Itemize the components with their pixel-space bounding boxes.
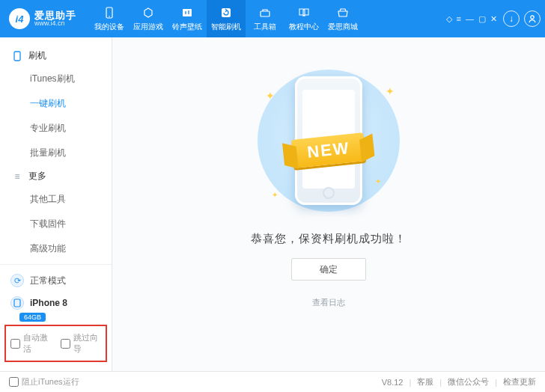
mode-row[interactable]: ⟳ 正常模式: [0, 269, 112, 292]
device-icon: [103, 6, 116, 19]
view-log-link[interactable]: 查看日志: [312, 297, 345, 308]
checkbox-auto-activate[interactable]: 自动激活: [10, 332, 52, 355]
sidebar-bottom: ⟳ 正常模式 iPhone 8 64GB 自动激活 跳过向导: [0, 264, 112, 371]
maximize-icon[interactable]: ▢: [478, 14, 486, 24]
sidebar-item-pro[interactable]: 专业刷机: [0, 116, 112, 141]
svg-rect-7: [14, 299, 20, 307]
mode-icon: ⟳: [10, 274, 24, 287]
sidebar-item-firmware[interactable]: 下载固件: [0, 212, 112, 236]
nav-tools[interactable]: 工具箱: [246, 0, 284, 37]
top-nav: 我的设备 应用游戏 铃声壁纸 智能刷机 工具箱 教程中心: [90, 0, 362, 37]
storage-badge: 64GB: [19, 313, 46, 322]
minimize-icon[interactable]: —: [466, 14, 474, 24]
logo-url: www.i4.cn: [34, 20, 76, 27]
download-button[interactable]: ↓: [503, 10, 520, 27]
footer: 阻止iTunes运行 V8.12 | 客服 | 微信公众号 | 检查更新: [0, 371, 545, 392]
header-right: ◇ ≡ — ▢ ✕ ↓: [446, 10, 541, 27]
more-icon: ≡: [12, 171, 22, 182]
account-button[interactable]: [524, 10, 541, 27]
sidebar-item-batch[interactable]: 批量刷机: [0, 141, 112, 165]
nav-store[interactable]: 爱思商城: [323, 0, 362, 37]
svg-rect-6: [14, 52, 20, 61]
body: 刷机 iTunes刷机 一键刷机 专业刷机 批量刷机 ≡ 更多 其他工具 下载固…: [0, 37, 545, 371]
options-highlight: 自动激活 跳过向导: [4, 325, 107, 362]
svg-rect-2: [183, 9, 192, 16]
device-row[interactable]: iPhone 8: [0, 292, 112, 311]
menu-icon[interactable]: ≡: [457, 14, 461, 24]
nav-flash[interactable]: 智能刷机: [207, 0, 246, 37]
sidebar: 刷机 iTunes刷机 一键刷机 专业刷机 批量刷机 ≡ 更多 其他工具 下载固…: [0, 37, 112, 371]
nav-device[interactable]: 我的设备: [90, 0, 129, 37]
phone-icon: [12, 51, 22, 61]
footer-support[interactable]: 客服: [417, 376, 433, 388]
svg-point-5: [531, 16, 534, 19]
ok-button[interactable]: 确定: [291, 258, 366, 281]
skin-icon[interactable]: ◇: [446, 14, 452, 24]
logo: i4 爱思助手 www.i4.cn: [9, 8, 76, 29]
toolbox-icon: [258, 6, 272, 19]
music-icon: [180, 6, 194, 19]
nav-tutorial[interactable]: 教程中心: [284, 0, 323, 37]
sparkle-icon: ✦: [266, 90, 275, 102]
sidebar-group-flash: 刷机: [0, 45, 112, 67]
sparkle-icon: ✦: [386, 85, 395, 97]
flash-icon: [219, 6, 233, 19]
footer-update[interactable]: 检查更新: [503, 376, 536, 388]
store-icon: [336, 6, 350, 19]
sidebar-item-itunes[interactable]: iTunes刷机: [0, 67, 112, 91]
app-window: i4 爱思助手 www.i4.cn 我的设备 应用游戏 铃声壁纸 智能刷机: [0, 0, 545, 392]
nav-wallpaper[interactable]: 铃声壁纸: [168, 0, 207, 37]
close-icon[interactable]: ✕: [490, 14, 497, 24]
sidebar-item-other[interactable]: 其他工具: [0, 187, 112, 212]
checkbox-skip-guide[interactable]: 跳过向导: [61, 332, 102, 355]
window-controls: ◇ ≡ — ▢ ✕: [446, 14, 497, 24]
footer-wechat[interactable]: 微信公众号: [448, 376, 489, 388]
sparkle-icon: ✦: [375, 177, 381, 186]
sidebar-item-onekey[interactable]: 一键刷机: [0, 91, 112, 116]
svg-rect-4: [261, 11, 270, 16]
main-panel: ✦ ✦ ✦ ✦ NEW 恭喜您，保资料刷机成功啦！ 确定 查看日志: [112, 37, 545, 371]
success-message: 恭喜您，保资料刷机成功啦！: [251, 232, 407, 246]
book-icon: [297, 6, 311, 19]
logo-icon: i4: [9, 8, 30, 29]
checkbox-stop-itunes[interactable]: 阻止iTunes运行: [9, 376, 79, 388]
svg-point-1: [109, 16, 110, 17]
sidebar-item-advanced[interactable]: 高级功能: [0, 236, 112, 261]
device-small-icon: [10, 296, 24, 310]
sparkle-icon: ✦: [272, 191, 278, 199]
nav-apps[interactable]: 应用游戏: [129, 0, 168, 37]
header: i4 爱思助手 www.i4.cn 我的设备 应用游戏 铃声壁纸 智能刷机: [0, 0, 545, 37]
success-illustration: ✦ ✦ ✦ ✦ NEW: [246, 63, 411, 218]
version-label: V8.12: [382, 378, 404, 387]
sidebar-group-more: ≡ 更多: [0, 165, 112, 187]
apps-icon: [141, 6, 155, 19]
